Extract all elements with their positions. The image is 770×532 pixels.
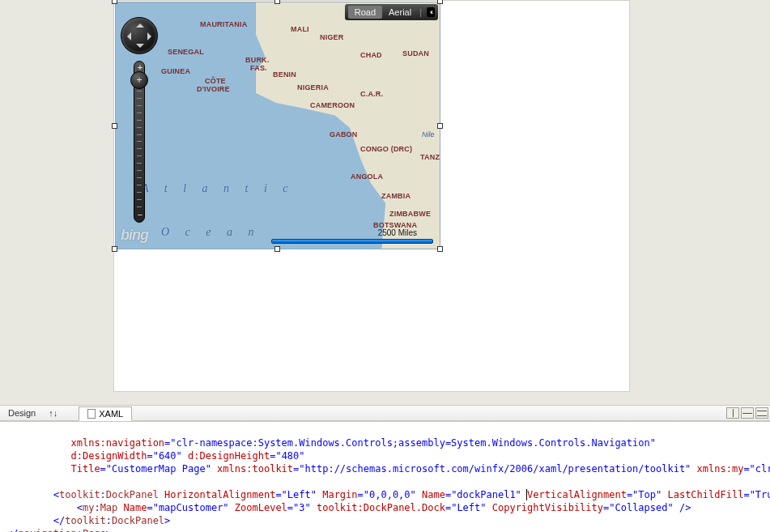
lbl-guinea: GUINEA (161, 67, 190, 75)
resize-handle-w[interactable] (112, 123, 117, 129)
bing-logo: bing (121, 227, 148, 244)
split-horizontal-button[interactable] (741, 407, 754, 419)
resize-handle-nw[interactable] (112, 0, 117, 4)
lbl-cote: CÔTE (205, 77, 226, 85)
pan-west-icon[interactable] (123, 32, 131, 40)
lbl-burk: BURK. (245, 56, 270, 64)
map-toolbar-collapse[interactable]: ‹‹ (427, 7, 435, 17)
map-toolbar-sep: | (419, 7, 422, 17)
collapse-pane-button[interactable] (755, 407, 768, 419)
resize-handle-e[interactable] (437, 123, 443, 129)
pan-east-icon[interactable] (147, 32, 155, 40)
tab-xaml[interactable]: XAML (79, 406, 132, 421)
pan-north-icon[interactable] (136, 19, 144, 28)
design-xaml-splitter[interactable]: Design ↑↓ XAML (0, 405, 770, 421)
design-surface[interactable]: A t l a n t i c O c e a n MAURITANIA MAL… (0, 0, 770, 405)
lbl-benin: BENIN (273, 70, 296, 79)
zoom-out-icon[interactable]: − (135, 211, 145, 220)
lbl-niger: NIGER (320, 33, 344, 41)
lbl-nile: Nile (422, 130, 435, 138)
lbl-angola: ANGOLA (351, 172, 383, 181)
lbl-zimbabwe: ZIMBABWE (389, 210, 431, 218)
map-scale-bar (271, 239, 433, 244)
resize-handle-sw[interactable] (112, 246, 117, 252)
lbl-mauritania: MAURITANIA (200, 20, 247, 28)
lbl-nigeria: NIGERIA (297, 83, 329, 92)
lbl-tanz: TANZ (420, 153, 440, 161)
ocean-label-atlantic: A t l a n t i c (142, 182, 295, 195)
lbl-car: C.A.R. (360, 90, 383, 98)
map-control[interactable]: A t l a n t i c O c e a n MAURITANIA MAL… (115, 2, 440, 249)
lbl-senegal: SENEGAL (168, 48, 204, 56)
lbl-cameroon: CAMEROON (310, 101, 355, 109)
resize-handle-se[interactable] (437, 246, 443, 252)
map-scale-label: 2500 Miles (378, 228, 417, 237)
xaml-editor[interactable]: xmlns:navigation="clr-namespace:System.W… (0, 421, 770, 532)
resize-handle-s[interactable] (274, 246, 280, 252)
tab-xaml-label: XAML (99, 409, 123, 419)
lbl-mali: MALI (291, 25, 309, 33)
map-type-aerial[interactable]: Aerial (382, 6, 418, 19)
document-icon (87, 409, 96, 419)
swap-panes-icon[interactable]: ↑↓ (44, 408, 62, 418)
map-type-toolbar: Road Aerial | ‹‹ (345, 4, 438, 20)
zoom-notches (137, 76, 142, 207)
resize-handle-ne[interactable] (437, 0, 443, 4)
tab-design[interactable]: Design (0, 406, 44, 419)
lbl-gabon: GABON (330, 130, 358, 138)
ocean-label-ocean: O c e a n (161, 226, 261, 239)
lbl-sudan: SUDAN (402, 49, 429, 57)
split-vertical-button[interactable] (726, 407, 739, 419)
map-pan-control[interactable] (121, 17, 158, 54)
pan-south-icon[interactable] (136, 44, 144, 52)
lbl-divoire: D'IVOIRE (197, 85, 230, 93)
lbl-congodrc: CONGO (DRC) (360, 145, 412, 153)
lbl-fas: FAS. (250, 64, 267, 72)
lbl-chad: CHAD (360, 51, 382, 59)
lbl-zambia: ZAMBIA (381, 192, 411, 200)
map-type-road[interactable]: Road (348, 6, 382, 19)
resize-handle-n[interactable] (274, 0, 280, 4)
zoom-knob[interactable]: + (130, 71, 148, 89)
